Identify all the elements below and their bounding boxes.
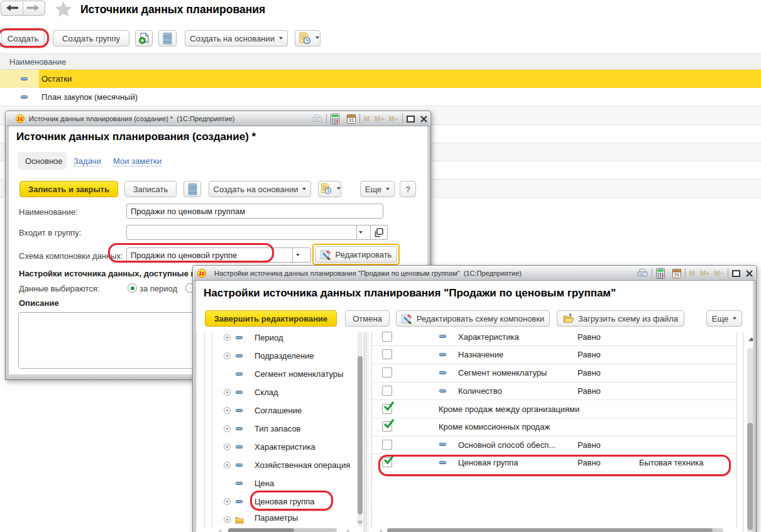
svg-text:31: 31 [674,272,679,278]
svg-text:31: 31 [348,117,354,123]
